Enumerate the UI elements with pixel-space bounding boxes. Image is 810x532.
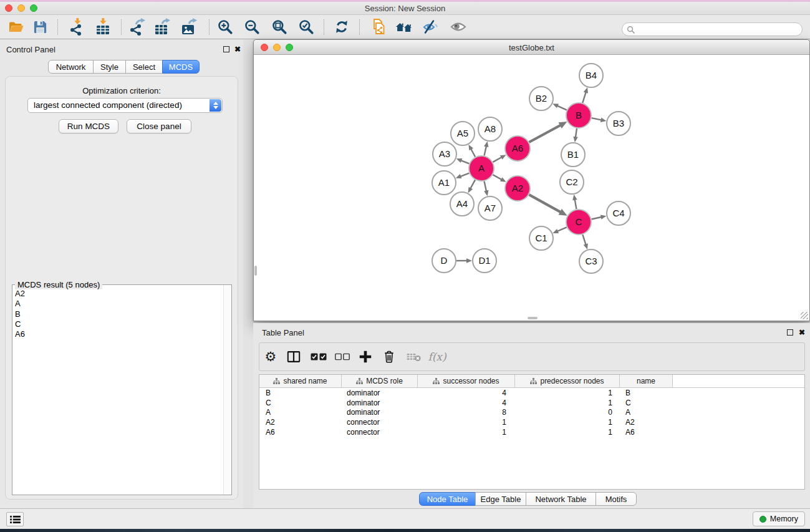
show-task-history-button[interactable] (6, 512, 24, 526)
table-cell[interactable]: A6 (620, 428, 673, 437)
graph-edge-A6-B[interactable] (529, 125, 561, 142)
function-builder-button-disabled[interactable]: f(x) (428, 351, 446, 363)
table-row[interactable]: Bdominator41B (259, 388, 804, 398)
network-window-titlebar[interactable]: testGlobe.txt (254, 40, 809, 55)
delete-table-button-disabled[interactable] (407, 352, 422, 362)
search-field[interactable] (622, 22, 803, 36)
graph-node-A3[interactable]: A3 (433, 142, 456, 166)
table-cell[interactable]: B (620, 389, 673, 397)
graph-edge-C-C3[interactable] (582, 235, 586, 245)
close-panel-button[interactable]: Close panel (127, 119, 191, 133)
table-cell[interactable]: A6 (259, 428, 342, 437)
graph-node-C4[interactable]: C4 (607, 201, 630, 225)
graph-node-A6[interactable]: A6 (505, 136, 530, 161)
graph-node-A7[interactable]: A7 (478, 196, 502, 220)
table-cell[interactable]: 1 (515, 389, 620, 397)
window-resize-grip[interactable] (801, 312, 808, 319)
import-network-button[interactable] (69, 18, 86, 36)
tab-network-table[interactable]: Network Table (526, 492, 596, 506)
tab-node-table[interactable]: Node Table (419, 492, 476, 506)
search-input[interactable] (635, 25, 802, 34)
graph-edge-C-C2[interactable] (575, 199, 577, 210)
table-cell[interactable]: dominator (342, 389, 418, 397)
close-panel-icon[interactable]: ✖ (234, 46, 241, 52)
table-cell[interactable]: 1 (515, 418, 620, 427)
delete-column-button[interactable] (383, 351, 395, 364)
table-row[interactable]: A2connector11A2 (259, 417, 804, 427)
table-cell[interactable]: dominator (342, 408, 418, 417)
column-header-predecessor-nodes[interactable]: predecessor nodes (515, 375, 620, 387)
graph-node-B4[interactable]: B4 (579, 64, 603, 87)
column-header-mcds-role[interactable]: MCDS role (342, 375, 418, 387)
result-list-item[interactable]: C (15, 319, 223, 329)
table-row[interactable]: Cdominator41C (259, 398, 804, 408)
graph-node-B3[interactable]: B3 (607, 112, 630, 135)
graph-edge-A-A7[interactable] (484, 181, 486, 192)
table-cell[interactable]: C (620, 399, 673, 407)
table-cell[interactable]: 1 (418, 428, 515, 437)
table-cell[interactable]: B (259, 389, 342, 397)
table-row[interactable]: Adominator80A (259, 407, 804, 417)
table-cell[interactable]: connector (342, 428, 418, 437)
graph-node-B[interactable]: B (566, 103, 591, 128)
graph-edge-A2-C[interactable] (529, 195, 561, 212)
result-list-item[interactable]: A2 (15, 289, 223, 299)
table-cell[interactable]: connector (342, 418, 418, 427)
table-cell[interactable]: A (259, 408, 342, 417)
table-cell[interactable]: A2 (259, 418, 342, 427)
table-cell[interactable]: 0 (515, 408, 620, 417)
graph-edge-C-C4[interactable] (592, 217, 602, 220)
column-header-shared-name[interactable]: shared name (259, 375, 342, 387)
show-graphics-button[interactable] (450, 18, 467, 36)
zoom-out-button[interactable] (243, 18, 261, 36)
memory-button[interactable]: Memory (753, 511, 805, 526)
network-canvas[interactable]: B4B2BB3A5A8A6A3B1AA1C2A2A4A7C4CC1C3DD1 (254, 55, 809, 321)
export-image-button[interactable] (180, 18, 198, 36)
graph-node-C2[interactable]: C2 (560, 170, 584, 194)
duplicate-network-button[interactable] (370, 18, 387, 36)
table-cell[interactable]: C (259, 399, 342, 407)
tab-motifs[interactable]: Motifs (595, 492, 637, 506)
select-all-button[interactable] (311, 353, 327, 360)
column-header-name[interactable]: name (620, 375, 673, 387)
horizontal-scrollbar-thumb[interactable] (528, 317, 538, 319)
show-columns-button[interactable] (287, 351, 301, 362)
export-table-button[interactable] (153, 18, 171, 36)
float-panel-icon[interactable] (223, 46, 229, 52)
tab-network[interactable]: Network (48, 60, 94, 74)
open-session-button[interactable] (7, 18, 25, 36)
graph-edge-B-B1[interactable] (576, 128, 577, 138)
graph-node-D[interactable]: D (432, 249, 456, 273)
zoom-in-button[interactable] (216, 18, 234, 36)
tab-style[interactable]: Style (93, 60, 126, 74)
table-cell[interactable]: A (620, 408, 673, 417)
create-column-button[interactable] (360, 351, 372, 363)
graph-edge-A-A2[interactable] (493, 175, 502, 180)
table-cell[interactable]: 8 (418, 408, 515, 417)
graph-edge-A-A5[interactable] (471, 148, 475, 157)
close-table-panel-icon[interactable]: ✖ (799, 329, 805, 336)
graph-node-A1[interactable]: A1 (432, 171, 456, 195)
graph-edge-B-B3[interactable] (592, 118, 602, 120)
graph-edge-A-A4[interactable] (470, 180, 475, 189)
zoom-fit-button[interactable] (271, 18, 288, 36)
zoom-selected-button[interactable] (297, 18, 315, 36)
result-list-item[interactable]: A (15, 299, 223, 309)
graph-edge-A-A8[interactable] (485, 145, 487, 155)
criterion-dropdown[interactable]: largest connected component (directed) (27, 98, 223, 113)
graph-node-D1[interactable]: D1 (473, 249, 496, 273)
table-cell[interactable]: 4 (418, 389, 515, 397)
graph-edge-B-B2[interactable] (557, 105, 567, 110)
graph-node-A2[interactable]: A2 (505, 176, 530, 201)
vertical-scrollbar-thumb[interactable] (254, 266, 257, 276)
graph-node-B2[interactable]: B2 (529, 87, 553, 110)
result-scrollbar[interactable] (223, 285, 231, 495)
graph-node-C3[interactable]: C3 (579, 249, 603, 273)
tab-edge-table[interactable]: Edge Table (475, 492, 526, 506)
graph-node-A[interactable]: A (469, 156, 494, 181)
graph-node-A4[interactable]: A4 (450, 192, 474, 216)
run-mcds-button[interactable]: Run MCDS (59, 119, 118, 133)
table-settings-button[interactable]: ⚙ (265, 351, 277, 364)
float-table-panel-icon[interactable] (787, 329, 793, 336)
import-table-button[interactable] (94, 18, 112, 36)
